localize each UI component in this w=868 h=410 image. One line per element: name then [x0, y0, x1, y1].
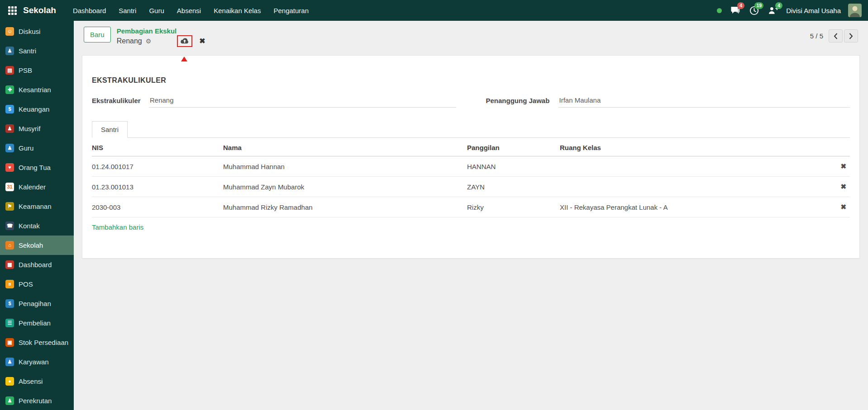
app-brand[interactable]: Sekolah [23, 5, 56, 15]
main-content: Baru Pembagian Ekskul Renang ⚙ [74, 21, 868, 410]
cell-nama[interactable]: Muhammad Zayn Mubarok [223, 177, 467, 197]
sidebar-item-label: Santri [19, 47, 36, 55]
sidebar-item-pembelian[interactable]: ☰ Pembelian [0, 313, 74, 333]
save-button[interactable] [180, 38, 189, 45]
cell-nis[interactable]: 01.23.001013 [92, 177, 223, 197]
cell-panggilan[interactable]: HANNAN [467, 156, 560, 177]
sidebar-item-pos[interactable]: ¤ POS [0, 274, 74, 294]
delete-row-icon[interactable]: ✖ [840, 203, 846, 211]
field-label: Penanggung Jawab [486, 95, 558, 104]
sidebar-item-musyrif[interactable]: ♟ Musyrif [0, 119, 74, 138]
sidebar-item-absensi[interactable]: ● Absensi [0, 372, 74, 391]
save-annotation-box [177, 35, 192, 47]
sidebar-item-perekrutan[interactable]: ♟ Perekrutan [0, 391, 74, 410]
user-avatar[interactable] [848, 4, 862, 17]
cell-nama[interactable]: Muhammad Hannan [223, 156, 467, 177]
top-navbar: Sekolah Dashboard Santri Guru Absensi Ke… [0, 0, 868, 21]
add-row-link[interactable]: Tambahkan baris [92, 217, 850, 237]
apps-grid-icon[interactable] [8, 6, 17, 15]
sidebar-item-kontak[interactable]: ☎ Kontak [0, 216, 74, 236]
sidebar-item-label: Absensi [19, 377, 43, 385]
sidebar-item-kalender[interactable]: 31 Kalender [0, 177, 74, 197]
pager-previous-button[interactable] [829, 29, 843, 42]
add-row: Tambahkan baris [92, 217, 850, 237]
breadcrumb-record-line: Renang ⚙ ✖ [117, 35, 205, 47]
sidebar-item-sekolah[interactable]: ⌂ Sekolah [0, 236, 74, 255]
topmenu-dashboard[interactable]: Dashboard [67, 4, 112, 18]
sidebar-item-karyawan[interactable]: ♟ Karyawan [0, 352, 74, 372]
penagihan-icon: $ [5, 299, 14, 308]
kalender-icon: 31 [5, 183, 14, 191]
delete-row-icon[interactable]: ✖ [840, 162, 846, 170]
breadcrumb-app-link[interactable]: Pembagian Ekskul [117, 27, 205, 35]
column-header-panggilan: Panggilan [467, 138, 560, 156]
topmenu-kenaikan-kelas[interactable]: Kenaikan Kelas [208, 4, 267, 18]
sidebar-item-guru[interactable]: ♟ Guru [0, 138, 74, 158]
ekstrakulikuler-input[interactable]: Renang [149, 95, 456, 108]
sidebar-item-label: POS [19, 280, 33, 288]
user-menu[interactable]: Divisi Amal Usaha [786, 7, 841, 14]
pager-next-button[interactable] [844, 29, 858, 42]
topmenu-absensi[interactable]: Absensi [171, 4, 207, 18]
topmenu-guru[interactable]: Guru [143, 4, 170, 18]
notebook-tabs: Santri [92, 121, 850, 138]
new-record-button[interactable]: Baru [84, 27, 111, 42]
tab-santri[interactable]: Santri [92, 121, 128, 138]
sidebar-item-keamanan[interactable]: ⚑ Keamanan [0, 197, 74, 216]
sidebar-item-penagihan[interactable]: $ Penagihan [0, 294, 74, 313]
pager-count: 5 / 5 [810, 32, 823, 40]
cloud-upload-icon [180, 38, 189, 45]
sidebar-item-label: Kesantrian [19, 86, 51, 94]
cell-ruang-kelas[interactable]: XII - Rekayasa Perangkat Lunak - A [560, 197, 832, 217]
table-header-row: NIS Nama Panggilan Ruang Kelas [92, 138, 850, 156]
contacts-badge: 4 [775, 2, 782, 9]
sidebar-item-stok-persediaan[interactable]: ▣ Stok Persediaan [0, 333, 74, 352]
orang-tua-icon: ♥ [5, 163, 14, 172]
cell-nama[interactable]: Muhammad Rizky Ramadhan [223, 197, 467, 217]
delete-row-icon[interactable]: ✖ [840, 183, 846, 190]
pos-icon: ¤ [5, 280, 14, 288]
sidebar-item-keuangan[interactable]: $ Keuangan [0, 99, 74, 119]
table-row: 01.23.001013 Muhammad Zayn Mubarok ZAYN … [92, 177, 850, 197]
cell-panggilan[interactable]: Rizky [467, 197, 560, 217]
topmenu-pengaturan[interactable]: Pengaturan [267, 4, 315, 18]
sekolah-icon: ⌂ [5, 241, 14, 250]
top-menu: Dashboard Santri Guru Absensi Kenaikan K… [67, 4, 315, 18]
activities-icon[interactable]: 19 [748, 5, 760, 16]
sidebar-item-orang-tua[interactable]: ♥ Orang Tua [0, 158, 74, 177]
sidebar-item-label: Dashboard [19, 261, 52, 269]
online-status-dot[interactable] [717, 8, 722, 13]
sidebar-item-label: Orang Tua [19, 164, 51, 171]
form-sheet: EKSTRAKULIKULER Ekstrakulikuler Renang P… [82, 55, 860, 259]
field-label: Ekstrakulikuler [92, 95, 149, 104]
field-ekstrakulikuler: Ekstrakulikuler Renang [92, 95, 476, 108]
penanggung-jawab-input[interactable]: Irfan Maulana [558, 95, 850, 108]
discard-button[interactable]: ✖ [199, 36, 205, 47]
cell-ruang-kelas[interactable] [560, 156, 832, 177]
absensi-icon: ● [5, 377, 14, 386]
app-sidebar: ☺ Diskusi ♟ Santri ▤ PSB ✚ Kesantrian $ … [0, 21, 74, 410]
kesantrian-icon: ✚ [5, 85, 14, 94]
sidebar-item-diskusi[interactable]: ☺ Diskusi [0, 22, 74, 41]
column-header-actions [832, 138, 850, 156]
cell-nis[interactable]: 2030-003 [92, 197, 223, 217]
messages-icon[interactable]: 4 [729, 5, 741, 16]
cell-nis[interactable]: 01.24.001017 [92, 156, 223, 177]
sidebar-item-kesantrian[interactable]: ✚ Kesantrian [0, 80, 74, 99]
chevron-right-icon [849, 33, 853, 39]
record-name: Renang [117, 36, 142, 47]
sidebar-item-psb[interactable]: ▤ PSB [0, 61, 74, 80]
sidebar-item-dashboard[interactable]: ▦ Dashboard [0, 255, 74, 274]
topmenu-santri[interactable]: Santri [113, 4, 142, 18]
psb-icon: ▤ [5, 66, 14, 75]
sidebar-item-santri[interactable]: ♟ Santri [0, 41, 74, 61]
table-row: 2030-003 Muhammad Rizky Ramadhan Rizky X… [92, 197, 850, 217]
cell-panggilan[interactable]: ZAYN [467, 177, 560, 197]
sidebar-item-label: PSB [19, 66, 32, 74]
cell-ruang-kelas[interactable] [560, 177, 832, 197]
table-row: 01.24.001017 Muhammad Hannan HANNAN ✖ [92, 156, 850, 177]
activities-badge: 19 [754, 2, 763, 9]
stok-persediaan-icon: ▣ [5, 338, 14, 347]
gear-icon[interactable]: ⚙ [146, 36, 152, 47]
contacts-icon[interactable]: 4 [767, 5, 779, 16]
